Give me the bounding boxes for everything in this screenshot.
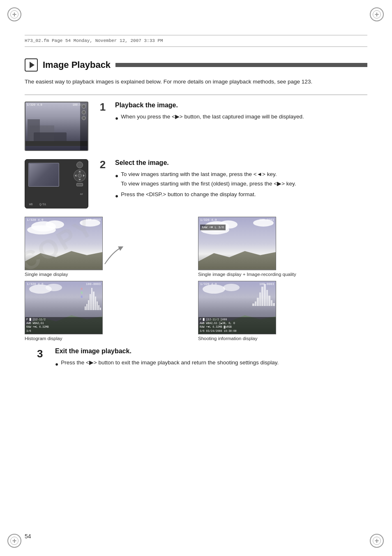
display-item-histogram: R G B: [25, 281, 194, 341]
quality-overlay: RAW +▼ L 3/6: [200, 225, 226, 231]
step-3-row: 3 Exit the image playback. ● Press the <…: [25, 348, 367, 371]
divider-top: [25, 95, 367, 95]
bullet-dot-2a: ●: [115, 171, 118, 189]
hud-left-hist: 1/320 4.0: [27, 283, 44, 286]
shoot-line1: P █ ▒12-11/2 ▒400: [200, 318, 274, 322]
histogram-bars: [85, 285, 101, 310]
caption-quality: Single image display + Image-recording q…: [198, 272, 296, 277]
step-3-heading: Exit the image playback.: [55, 348, 367, 355]
intro-text: The easiest way to playback images is ex…: [25, 77, 367, 86]
hud-top-quality: 1/320 4.0 100-0003: [198, 218, 276, 222]
step-2-bullet-text-1: To view images starting with the last im…: [121, 170, 296, 189]
file-info: H73_02.fm Page 54 Monday, November 12, 2…: [25, 37, 367, 47]
step-1-number: 1: [100, 102, 106, 112]
step-1-image: 1/320 4.0 100-0006: [25, 102, 90, 151]
corner-circle-br: [370, 534, 384, 548]
step-1-bullet-text: When you press the <▶> button, the last …: [121, 112, 304, 123]
page-title: Image Playback: [43, 60, 111, 70]
mini-screen-histogram: R G B: [25, 281, 103, 334]
step-2-bullet-text-2: Press the <DISP.> button to change the d…: [121, 190, 256, 201]
top-rule: [25, 35, 367, 35]
step-3-content: Exit the image playback. ● Press the <▶>…: [55, 348, 367, 371]
step-2-number: 2: [100, 159, 106, 170]
hud-right-shooting: 100-0003: [259, 283, 274, 286]
corner-mark-tl: [7, 7, 22, 22]
hud-right-quality: 100-0003: [259, 218, 274, 222]
step-1-heading: Playback the image.: [115, 102, 367, 109]
hud-right-single: 100-0003: [86, 218, 101, 222]
camera-screen-step1: 1/320 4.0 100-0006: [25, 102, 88, 151]
hud-top-single: 1/320 4.0 100-0003: [25, 218, 102, 222]
caption-shooting-info: Shooting information display: [198, 336, 257, 341]
step-2-body: ● To view images starting with the last …: [115, 170, 367, 202]
step-2-content: Select the image. ● To view images start…: [115, 159, 367, 203]
display-item-shooting-info: 1/320 4.0 100-0003 P █ ▒12-11/2 ▒400 AWB…: [198, 281, 367, 341]
step-1-bullet-1: ● When you press the <▶> button, the las…: [115, 112, 367, 123]
display-format-section: 1/320 4.0 100-0003 Single image display: [25, 217, 367, 341]
scene-sky-single: [25, 217, 102, 270]
hist-line2: AWB WBA2,G1: [26, 322, 101, 325]
step-2-image: WB Q/Si AF: [25, 159, 90, 208]
camera-body-step2: WB Q/Si AF: [25, 159, 88, 208]
quality-overlay-text: RAW +▼ L 3/6: [202, 226, 224, 229]
step-3-bullet-1: ● Press the <▶> button to exit the image…: [55, 358, 367, 369]
title-section: Image Playback: [25, 58, 367, 72]
mini-screen-single: 1/320 4.0 100-0003: [25, 217, 103, 270]
step-1-row: 1/320 4.0 100-0006 1 Playback the image.: [25, 102, 367, 151]
step-3-bullet-text: Press the <▶> button to exit the image p…: [61, 358, 279, 369]
step-2-number-col: 2: [97, 159, 108, 170]
hud-right-hist: 100-0003: [86, 283, 101, 286]
shoot-line2: AWB WBA2,G1 ▒▲3B, 0, 0: [200, 322, 274, 325]
corner-mark-bl: [7, 534, 22, 549]
step-2-bullet-1: ● To view images starting with the last …: [115, 170, 367, 189]
display-examples-grid: 1/320 4.0 100-0003 Single image display: [25, 217, 367, 341]
step-2-heading: Select the image.: [115, 159, 367, 167]
shooting-bottom-info: P █ ▒12-11/2 ▒400 AWB WBA2,G1 ▒▲3B, 0, 0…: [198, 317, 276, 334]
hist-line3: RAW +▼L 6.32MB: [26, 325, 101, 329]
step-1-number-col: 1: [97, 102, 108, 112]
step-2-bullet-2: ● Press the <DISP.> button to change the…: [115, 190, 367, 201]
large-histogram: [252, 283, 275, 306]
hud-top-shooting: 1/320 4.0 100-0003: [198, 283, 276, 286]
mini-screen-quality: 1/320 4.0 100-0003 RAW +▼ L 3/6: [198, 217, 276, 270]
arrow-connector: [101, 243, 117, 260]
hist-line4: 3/6: [26, 329, 101, 333]
corner-circle-tl: [7, 7, 21, 21]
shoot-line4: 3/6 03/24/2008 16:30:00: [200, 329, 274, 333]
caption-single: Single image display: [25, 272, 68, 277]
corner-circle-bl: [7, 534, 21, 548]
page-number: 54: [25, 533, 31, 540]
step-1-content: Playback the image. ● When you press the…: [115, 102, 367, 125]
display-item-single: 1/320 4.0 100-0003 Single image display: [25, 217, 194, 277]
step-2-row: WB Q/Si AF 2 Select the image. ● To view…: [25, 159, 367, 208]
hist-bottom-info: P █ ▒12-11/2 AWB WBA2,G1 RAW +▼L 6.32MB …: [25, 317, 102, 334]
bullet-dot-1: ●: [115, 114, 118, 123]
step-1-body: ● When you press the <▶> button, the las…: [115, 112, 367, 123]
corner-mark-tr: [370, 7, 385, 22]
corner-mark-br: [370, 534, 385, 549]
mini-screen-shooting-info: 1/320 4.0 100-0003 P █ ▒12-11/2 ▒400 AWB…: [198, 281, 276, 334]
hist-line1: P █ ▒12-11/2: [26, 318, 101, 322]
step-3-number: 3: [37, 348, 48, 371]
page-container: H73_02.fm Page 54 Monday, November 12, 2…: [0, 0, 392, 556]
hist-rgb-labels: R G B: [81, 287, 83, 299]
bullet-dot-2b: ●: [115, 192, 118, 201]
hud-left-quality: 1/320 4.0: [200, 218, 217, 222]
display-item-quality: 1/320 4.0 100-0003 RAW +▼ L 3/6 Single i…: [198, 217, 367, 277]
bullet-dot-3: ●: [55, 360, 58, 369]
caption-histogram: Histogram display: [25, 336, 62, 341]
hud-left-single: 1/320 4.0: [27, 218, 44, 222]
shoot-line3: RAW +▼L 6.32MB ▓sRGB: [200, 325, 274, 329]
hud-top-hist: 1/320 4.0 100-0003: [25, 283, 102, 286]
playback-icon: [25, 58, 38, 72]
play-triangle-icon: [30, 62, 35, 68]
corner-circle-tr: [370, 7, 384, 21]
hud-left-shooting: 1/320 4.0: [200, 283, 217, 286]
step-3-body: ● Press the <▶> button to exit the image…: [55, 358, 367, 369]
title-bar: [115, 63, 367, 67]
